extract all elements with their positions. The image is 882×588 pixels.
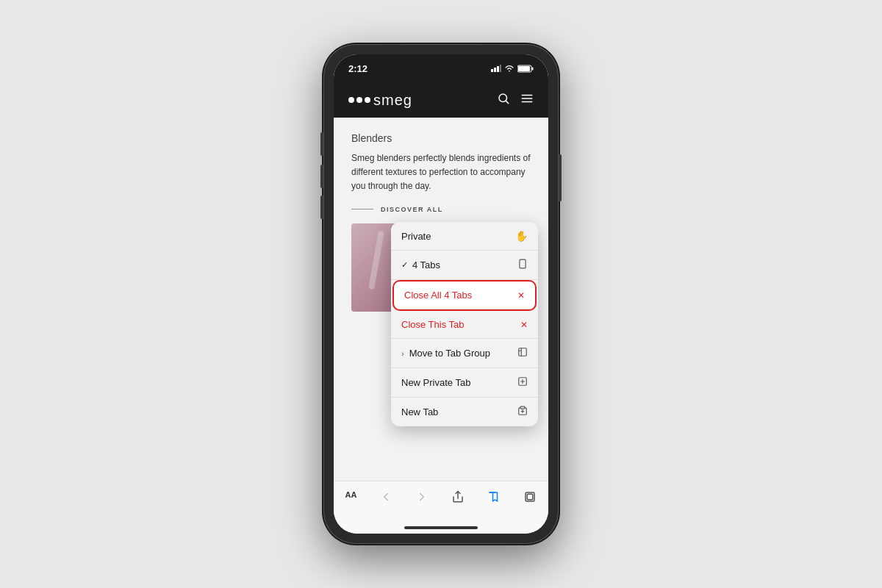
- svg-rect-1: [494, 68, 496, 72]
- phone-body: 2:12: [323, 44, 559, 544]
- svg-rect-16: [520, 406, 525, 409]
- context-menu: Private ✋ ✓ 4 Tabs: [391, 222, 538, 426]
- menu-item-close-all-label: Close All 4 Tabs: [404, 290, 472, 301]
- move-group-icon: [517, 347, 528, 359]
- menu-item-new-tab[interactable]: New Tab: [391, 398, 538, 426]
- svg-rect-5: [518, 66, 530, 71]
- menu-item-4tabs-label: ✓ 4 Tabs: [401, 259, 440, 270]
- close-all-label-text: Close All 4 Tabs: [404, 290, 472, 301]
- nav-icons: [497, 92, 534, 109]
- phone-device: 2:12: [323, 44, 559, 544]
- menu-item-new-tab-label: New Tab: [401, 406, 438, 417]
- svg-rect-3: [500, 65, 501, 72]
- signal-icon: [491, 65, 501, 72]
- back-button[interactable]: [375, 487, 397, 506]
- menu-item-move-group-label: › Move to Tab Group: [401, 348, 490, 359]
- close-this-label-text: Close This Tab: [401, 319, 465, 330]
- smeg-dots: [348, 97, 370, 103]
- smeg-dot-2: [356, 97, 362, 103]
- notch: [397, 54, 485, 72]
- menu-item-close-this-label: Close This Tab: [401, 319, 465, 330]
- new-private-label-text: New Private Tab: [401, 377, 470, 388]
- bookmarks-button[interactable]: [483, 487, 505, 506]
- new-tab-icon: [517, 406, 528, 418]
- menu-item-new-private[interactable]: New Private Tab: [391, 368, 538, 398]
- status-icons: [491, 65, 534, 73]
- move-group-chevron: ›: [401, 349, 404, 358]
- move-group-label-text: Move to Tab Group: [409, 348, 490, 359]
- svg-rect-6: [532, 67, 534, 70]
- menu-item-private[interactable]: Private ✋: [391, 222, 538, 251]
- check-icon: ✓: [401, 260, 408, 270]
- menu-item-move-group[interactable]: › Move to Tab Group: [391, 339, 538, 368]
- 4tabs-label-text: 4 Tabs: [412, 259, 440, 270]
- home-indicator: [404, 526, 478, 529]
- menu-item-close-all[interactable]: Close All 4 Tabs ✕: [394, 282, 535, 309]
- share-button[interactable]: [447, 487, 469, 506]
- private-label-text: Private: [401, 231, 431, 242]
- svg-rect-2: [497, 66, 499, 72]
- status-time: 2:12: [348, 63, 368, 74]
- battery-icon: [517, 65, 534, 73]
- new-tab-label-text: New Tab: [401, 406, 438, 417]
- phone-screen: 2:12: [334, 54, 548, 534]
- menu-item-new-private-label: New Private Tab: [401, 377, 470, 388]
- status-bar: 2:12: [334, 54, 548, 82]
- svg-rect-13: [519, 348, 527, 356]
- svg-rect-19: [528, 494, 534, 500]
- tabs-icon: [517, 259, 528, 271]
- svg-rect-12: [520, 259, 526, 268]
- hamburger-icon[interactable]: [520, 92, 534, 109]
- wifi-icon: [504, 65, 514, 72]
- tabs-button[interactable]: [519, 487, 541, 506]
- new-private-icon: [517, 376, 528, 389]
- menu-item-4tabs[interactable]: ✓ 4 Tabs: [391, 251, 538, 280]
- menu-item-private-label: Private: [401, 231, 431, 242]
- smeg-brand-text: smeg: [373, 92, 412, 109]
- smeg-dot-1: [348, 97, 354, 103]
- nav-bar: smeg: [334, 82, 548, 118]
- menu-item-close-this[interactable]: Close This Tab ✕: [391, 311, 538, 339]
- aa-button[interactable]: AA: [341, 487, 362, 502]
- close-all-icon: ✕: [517, 290, 525, 301]
- forward-button[interactable]: [411, 487, 433, 506]
- svg-rect-0: [491, 69, 493, 72]
- smeg-logo: smeg: [348, 92, 412, 109]
- private-icon: ✋: [515, 230, 528, 242]
- svg-line-8: [506, 101, 508, 103]
- smeg-dot-3: [365, 97, 370, 103]
- close-this-icon: ✕: [520, 320, 528, 330]
- search-icon[interactable]: [497, 92, 510, 109]
